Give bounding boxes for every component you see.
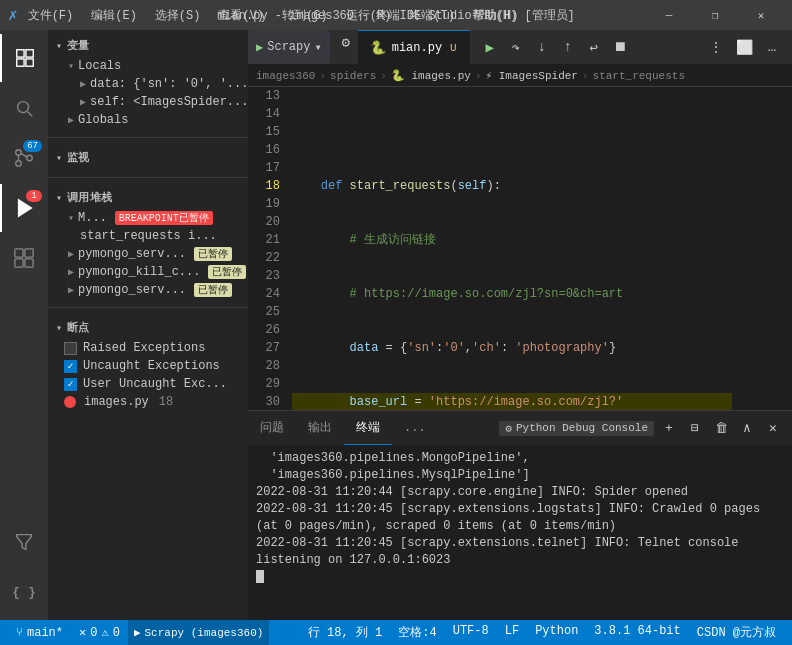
language-item[interactable]: Python: [527, 624, 586, 638]
variables-label: 变量: [67, 38, 90, 53]
variables-header[interactable]: ▾ 变量: [48, 34, 248, 57]
activity-json[interactable]: { }: [0, 568, 48, 616]
user-uncaught-label: User Uncaught Exc...: [83, 377, 227, 391]
uncaught-exceptions-checkbox[interactable]: ✓: [64, 360, 77, 373]
activity-source-control[interactable]: 67: [0, 134, 48, 182]
data-variable[interactable]: ▶ data: {'sn': '0', '...: [48, 75, 248, 93]
callstack-item-1[interactable]: start_requests i...: [48, 227, 248, 245]
step-out-btn[interactable]: ↑: [556, 35, 580, 59]
raised-exceptions-item[interactable]: Raised Exceptions: [48, 339, 248, 357]
callstack-header[interactable]: ▾ 调用堆栈: [48, 186, 248, 209]
kill-terminal-btn[interactable]: 🗑: [710, 417, 732, 439]
sidebar: ▾ 变量 ▾ Locals ▶ data: {'sn': '0', '... ▶…: [48, 30, 248, 620]
callstack-arrow-0: ▾: [68, 212, 74, 224]
breadcrumb-spiders[interactable]: spiders: [330, 70, 376, 82]
source-control-badge: 67: [23, 140, 42, 152]
menu-select[interactable]: 选择(S): [151, 5, 205, 26]
more-label: ...: [404, 421, 426, 435]
self-arrow: ▶: [80, 96, 86, 108]
self-variable[interactable]: ▶ self: <ImagesSpider...: [48, 93, 248, 111]
minimize-button[interactable]: —: [646, 0, 692, 30]
svg-point-8: [27, 155, 33, 161]
line-ending-label: LF: [505, 624, 519, 638]
debug-status-item[interactable]: ▶ Scrapy (images360): [128, 620, 269, 645]
tab-problems[interactable]: 问题: [248, 411, 296, 445]
split-terminal-btn[interactable]: ⊟: [684, 417, 706, 439]
activity-run-debug[interactable]: 1: [0, 184, 48, 232]
watch-section: ▾ 监视: [48, 142, 248, 173]
menu-file[interactable]: 文件(F): [24, 5, 78, 26]
globals-item[interactable]: ▶ Globals: [48, 111, 248, 129]
locals-item[interactable]: ▾ Locals: [48, 57, 248, 75]
raised-exceptions-checkbox[interactable]: [64, 342, 77, 355]
maximize-panel-btn[interactable]: ∧: [736, 417, 758, 439]
watch-header[interactable]: ▾ 监视: [48, 146, 248, 169]
toggle-panel-btn[interactable]: ⬜: [732, 35, 756, 59]
git-branch-item[interactable]: ⑂ main*: [8, 620, 71, 645]
step-over-btn[interactable]: ↷: [504, 35, 528, 59]
settings-btn[interactable]: ⚙: [334, 30, 358, 54]
scrapy-run-config[interactable]: ▶ Scrapy ▾: [248, 30, 330, 64]
uncaught-exceptions-item[interactable]: ✓ Uncaught Exceptions: [48, 357, 248, 375]
restart-btn[interactable]: ↩: [582, 35, 606, 59]
continue-btn[interactable]: ▶: [478, 35, 502, 59]
uncaught-exceptions-label: Uncaught Exceptions: [83, 359, 220, 373]
close-button[interactable]: ✕: [738, 0, 784, 30]
callstack-item-4[interactable]: ▶ pymongo_serv... 已暂停: [48, 281, 248, 299]
code-lines: def start_requests(self): # 生成访问链接 # htt…: [288, 87, 732, 410]
user-uncaught-checkbox[interactable]: ✓: [64, 378, 77, 391]
window-controls: — ❐ ✕: [646, 0, 784, 30]
close-panel-btn[interactable]: ✕: [762, 417, 784, 439]
terminal-title-text: Python Debug Console: [516, 422, 648, 434]
breakpoints-header[interactable]: ▾ 断点: [48, 316, 248, 339]
callstack-section: ▾ 调用堆栈 ▾ M... BREAKPOINT已暂停 start_reques…: [48, 182, 248, 303]
activity-search[interactable]: [0, 84, 48, 132]
activity-extensions[interactable]: [0, 234, 48, 282]
breadcrumb-images-py[interactable]: 🐍 images.py: [391, 69, 471, 82]
breadcrumb-images-spider[interactable]: ⚡ ImagesSpider: [486, 69, 578, 82]
line-ending-item[interactable]: LF: [497, 624, 527, 638]
breadcrumb-start-requests[interactable]: start_requests: [593, 70, 685, 82]
callstack-item-3[interactable]: ▶ pymongo_kill_c... 已暂停: [48, 263, 248, 281]
breakpoint-dot: [64, 396, 76, 408]
split-editor-btn[interactable]: ⋮: [704, 35, 728, 59]
python-version-item[interactable]: 3.8.1 64-bit: [586, 624, 688, 638]
callstack-item-2[interactable]: ▶ pymongo_serv... 已暂停: [48, 245, 248, 263]
terminal-line-3: 2022-08-31 11:20:45 [scrapy.extensions.l…: [256, 501, 784, 535]
images-py-breakpoint[interactable]: images.py 18: [48, 393, 248, 411]
data-arrow: ▶: [80, 78, 86, 90]
step-into-btn[interactable]: ↓: [530, 35, 554, 59]
minimap: [732, 87, 792, 410]
maximize-button[interactable]: ❐: [692, 0, 738, 30]
breadcrumb-images360[interactable]: images360: [256, 70, 315, 82]
problems-label: 问题: [260, 419, 284, 436]
svg-line-5: [28, 112, 33, 117]
stop-btn[interactable]: ⏹: [608, 35, 632, 59]
tab-more[interactable]: ...: [392, 411, 438, 445]
breakpoint-tag: BREAKPOINT已暂停: [115, 211, 213, 225]
watermark-label: CSDN @元方叔: [697, 624, 776, 641]
gear-icon: ⚙: [505, 422, 512, 435]
paused-tag-4: 已暂停: [194, 283, 232, 297]
callstack-label: 调用堆栈: [67, 190, 113, 205]
add-terminal-btn[interactable]: +: [658, 417, 680, 439]
terminal-line-2: 2022-08-31 11:20:44 [scrapy.core.engine]…: [256, 484, 784, 501]
errors-warnings-item[interactable]: ✕ 0 ⚠ 0: [71, 620, 128, 645]
line-col-label: 行 18, 列 1: [308, 624, 382, 641]
breakpoints-label: 断点: [67, 320, 90, 335]
encoding-label: UTF-8: [453, 624, 489, 638]
menu-edit[interactable]: 编辑(E): [87, 5, 141, 26]
more-actions-btn[interactable]: …: [760, 35, 784, 59]
callstack-item-0[interactable]: ▾ M... BREAKPOINT已暂停: [48, 209, 248, 227]
spaces-item[interactable]: 空格:4: [390, 624, 444, 641]
user-uncaught-item[interactable]: ✓ User Uncaught Exc...: [48, 375, 248, 393]
tab-output[interactable]: 输出: [296, 411, 344, 445]
encoding-item[interactable]: UTF-8: [445, 624, 497, 638]
activity-testing[interactable]: [0, 518, 48, 566]
tab-mian-py[interactable]: 🐍 mian.py U: [358, 30, 470, 64]
tab-terminal[interactable]: 终端: [344, 411, 392, 445]
activity-explorer[interactable]: [0, 34, 48, 82]
svg-line-10: [21, 153, 27, 157]
callstack-name-2: pymongo_serv...: [78, 247, 186, 261]
line-col-item[interactable]: 行 18, 列 1: [300, 624, 390, 641]
